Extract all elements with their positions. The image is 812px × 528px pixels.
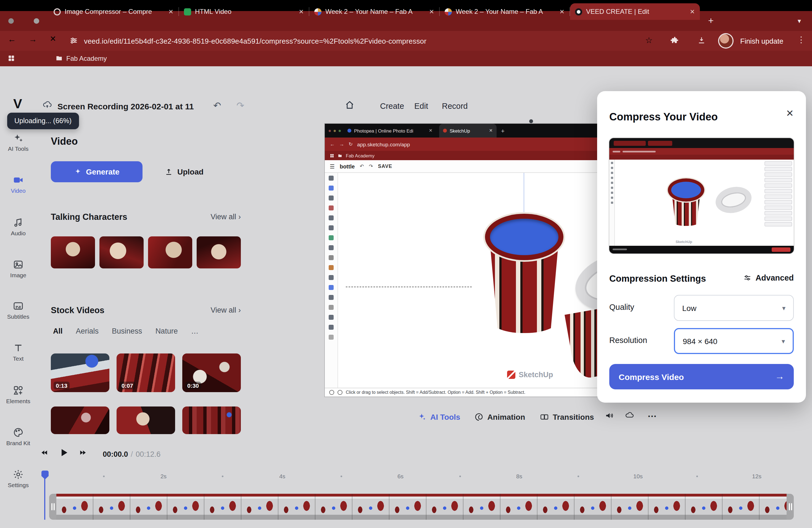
stock-video-thumb[interactable] xyxy=(117,407,175,434)
tab-favicon xyxy=(575,8,582,15)
generate-button[interactable]: Generate xyxy=(51,161,143,182)
tab-close-icon[interactable]: ✕ xyxy=(690,8,695,15)
play-button[interactable] xyxy=(59,448,69,458)
stock-view-all[interactable]: View all › xyxy=(211,306,241,314)
brand-kit-icon xyxy=(13,427,24,438)
fast-forward-button[interactable] xyxy=(78,449,88,457)
compression-settings-title: Compression Settings xyxy=(609,274,706,284)
chevron-right-icon: › xyxy=(238,306,241,314)
browser-tab-3[interactable]: Week 2 – Your Name – Fab A ✕ xyxy=(309,3,439,20)
resolution-select[interactable]: 984 × 640 ▾ xyxy=(674,328,794,354)
download-icon[interactable] xyxy=(697,36,706,45)
character-thumb[interactable] xyxy=(51,236,95,268)
recorded-tab-photopea: Photopea | Online Photo Edi ✕ xyxy=(344,124,436,137)
browser-tab-4[interactable]: Week 2 – Your Name – Fab A ✕ xyxy=(440,3,569,20)
talking-view-all[interactable]: View all › xyxy=(211,212,241,221)
quality-label: Quality xyxy=(609,303,634,311)
apps-grid-icon[interactable] xyxy=(8,55,15,62)
home-icon[interactable] xyxy=(345,100,354,110)
compress-video-button[interactable]: Compress Video → xyxy=(609,364,794,390)
tab-close-icon[interactable]: ✕ xyxy=(560,8,565,15)
uploading-tooltip: Uploading... (66%) xyxy=(7,113,79,129)
browser-tab-1[interactable]: Image Compressor – Compre ✕ xyxy=(48,3,178,20)
sidebar-item-image[interactable]: Image xyxy=(0,259,37,278)
panel-title: Video xyxy=(51,136,77,147)
nav-edit[interactable]: Edit xyxy=(414,102,428,111)
sparkle-icon xyxy=(418,413,426,421)
clip-trim-handle-right[interactable] xyxy=(787,494,794,520)
profile-avatar[interactable] xyxy=(719,34,733,47)
ai-tools-button[interactable]: AI Tools xyxy=(418,413,460,421)
volume-icon[interactable] xyxy=(604,411,614,420)
undo-icon[interactable]: ↶ xyxy=(213,100,221,112)
tab-close-icon[interactable]: ✕ xyxy=(169,8,173,15)
animation-button[interactable]: Animation xyxy=(475,413,525,421)
sidebar-item-brand-kit[interactable]: Brand Kit xyxy=(0,427,37,446)
cloud-upload-icon[interactable] xyxy=(42,100,53,109)
browser-tab-2[interactable]: HTML Video ✕ xyxy=(179,3,309,20)
tab-close-icon[interactable]: ✕ xyxy=(299,8,304,15)
filter-nature[interactable]: Nature xyxy=(156,327,178,335)
nav-record[interactable]: Record xyxy=(442,102,468,111)
sidebar-item-audio[interactable]: Audio xyxy=(0,217,37,236)
extensions-icon[interactable] xyxy=(671,36,679,45)
filter-business[interactable]: Business xyxy=(112,327,142,335)
time-display: 00:00.0/00:12.6 xyxy=(103,450,160,458)
project-title[interactable]: Screen Recording 2026-02-01 at 11 xyxy=(57,102,194,111)
character-thumb[interactable] xyxy=(148,236,192,268)
stock-video-thumb[interactable] xyxy=(182,407,241,434)
upload-button[interactable]: Upload xyxy=(164,161,204,182)
selection-handle[interactable] xyxy=(529,119,533,123)
sidebar-item-elements[interactable]: Elements xyxy=(0,385,37,404)
sidebar-item-text[interactable]: Text xyxy=(0,342,37,362)
clip-trim-handle-left[interactable] xyxy=(49,494,56,520)
window-control[interactable] xyxy=(34,18,39,24)
bottle-top-ellipse xyxy=(485,214,563,260)
stock-video-thumb[interactable]: 0:13 xyxy=(51,353,110,392)
modal-close-icon[interactable]: ✕ xyxy=(786,108,794,119)
sidebar-item-settings[interactable]: Settings xyxy=(0,469,37,488)
filter-all[interactable]: All xyxy=(53,327,63,335)
timeline-clip-filmstrip[interactable] xyxy=(56,494,787,520)
site-info-icon[interactable] xyxy=(70,36,78,45)
sliders-icon xyxy=(743,274,752,282)
forward-button[interactable]: → xyxy=(29,35,37,43)
character-thumb[interactable] xyxy=(99,236,144,268)
window-control[interactable] xyxy=(8,18,14,24)
sidebar-item-video[interactable]: Video xyxy=(0,175,37,194)
quality-select[interactable]: Low ▾ xyxy=(674,295,794,321)
stock-video-thumb[interactable]: 0:30 xyxy=(182,353,241,392)
finish-update-button[interactable]: Finish update xyxy=(740,37,783,45)
bookmark-fab-academy[interactable]: Fab Academy xyxy=(66,55,107,62)
bookmark-star-icon[interactable]: ☆ xyxy=(645,35,653,45)
tab-favicon xyxy=(54,8,61,15)
tab-close-icon[interactable]: ✕ xyxy=(429,8,434,15)
advanced-button[interactable]: Advanced xyxy=(743,274,794,282)
mini-tool-strip xyxy=(609,160,615,246)
stock-video-thumb[interactable]: 0:07 xyxy=(117,353,175,392)
stage-more-icon[interactable]: … xyxy=(648,409,658,420)
rewind-button[interactable] xyxy=(40,449,49,457)
timeline-ruler[interactable]: 2s 4s 6s 8s 10s 12s xyxy=(45,473,794,481)
nav-create[interactable]: Create xyxy=(380,102,404,111)
browser-tab-active[interactable]: VEED CREATE | Edit ✕ xyxy=(570,3,700,20)
back-button[interactable]: ← xyxy=(8,35,16,43)
tab-search-icon[interactable]: ▾ xyxy=(798,17,801,25)
character-thumb[interactable] xyxy=(197,236,241,268)
compress-preview-thumb: SketchUp xyxy=(609,138,794,253)
redo-icon[interactable]: ↷ xyxy=(236,100,244,112)
cloud-status-icon[interactable] xyxy=(624,411,635,420)
filter-aerials[interactable]: Aerials xyxy=(76,327,99,335)
new-tab-button[interactable]: + xyxy=(708,15,714,27)
recorded-tab-sketchup: SketchUp ✕ xyxy=(439,124,497,137)
veed-logo[interactable]: V xyxy=(13,96,22,112)
browser-menu-icon[interactable]: ⋮ xyxy=(797,35,806,45)
filter-more-icon[interactable]: … xyxy=(191,327,199,335)
sidebar-item-subtitles[interactable]: Subtitles xyxy=(0,300,37,320)
transitions-button[interactable]: Transitions xyxy=(539,413,594,421)
sidebar-item-ai-tools[interactable]: AI Tools xyxy=(0,133,37,152)
mini-bottle-top xyxy=(668,178,704,202)
stop-button[interactable]: ✕ xyxy=(50,35,56,43)
stock-video-thumb[interactable] xyxy=(51,407,110,434)
address-bar[interactable]: veed.io/edit/11e5b4df-c3e2-4936-8519-e0c… xyxy=(84,37,426,45)
